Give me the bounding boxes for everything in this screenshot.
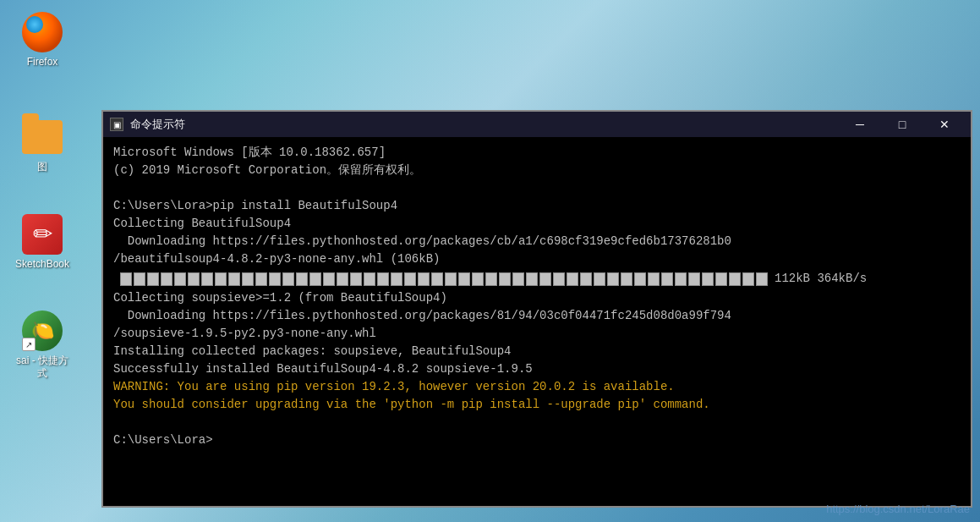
progress-block [539, 272, 551, 286]
cmd-line-7: /beautifulsoup4-4.8.2-py3-none-any.whl (… [113, 250, 961, 268]
progress-block [648, 272, 660, 286]
progress-block [621, 272, 632, 286]
progress-block [201, 272, 213, 286]
firefox-icon [22, 12, 63, 52]
cmd-line-3 [113, 179, 961, 197]
folder-icon-image [22, 117, 63, 157]
desktop-icons: Firefox 图 SketchBook 🍋 ↗ sai - 快捷方式 [8, 8, 76, 382]
cmd-body[interactable]: Microsoft Windows [版本 10.0.18362.657] (c… [103, 137, 971, 506]
progress-block [431, 272, 443, 286]
progress-block [512, 272, 524, 286]
progress-block [499, 272, 511, 286]
firefox-label: Firefox [27, 56, 58, 68]
progress-block [404, 272, 416, 286]
progress-block [120, 272, 132, 286]
progress-block [228, 272, 240, 286]
folder-icon-item[interactable]: 图 [8, 113, 76, 176]
cmd-titlebar: ▣ 命令提示符 ─ □ ✕ [103, 112, 971, 137]
cmd-line-10: Downloading https://files.pythonhosted.o… [113, 307, 961, 325]
progress-block [634, 272, 646, 286]
sketchbook-icon-image [22, 214, 63, 255]
progress-block [742, 272, 754, 286]
progress-block [161, 272, 172, 286]
desktop: Firefox 图 SketchBook 🍋 ↗ sai - 快捷方式 [0, 0, 980, 522]
progress-block [309, 272, 321, 286]
progress-block [526, 272, 538, 286]
progress-block [418, 272, 430, 286]
progress-block [147, 272, 159, 286]
progress-row: 112kB 364kB/s [113, 270, 961, 288]
folder-label: 图 [37, 161, 47, 173]
progress-block [350, 272, 362, 286]
progress-block [675, 272, 687, 286]
cmd-window-controls: ─ □ ✕ [840, 113, 964, 135]
sketchbook-icon-item[interactable]: SketchBook [8, 211, 76, 273]
progress-block [255, 272, 267, 286]
cmd-close-button[interactable]: ✕ [925, 113, 964, 135]
cmd-icon: ▣ [110, 118, 123, 131]
progress-size-text: 112kB 364kB/s [775, 270, 867, 288]
progress-block [188, 272, 200, 286]
progress-block [337, 272, 348, 286]
shortcut-arrow-icon: ↗ [22, 338, 36, 351]
cmd-maximize-button[interactable]: □ [883, 113, 922, 135]
cmd-line-11: /soupsieve-1.9.5-py2.py3-none-any.whl [113, 325, 961, 343]
progress-block [580, 272, 592, 286]
progress-block [756, 272, 768, 286]
cmd-line-13: Successfully installed BeautifulSoup4-4.… [113, 360, 961, 378]
cmd-line-1: Microsoft Windows [版本 10.0.18362.657] [113, 144, 961, 162]
progress-block [242, 272, 254, 286]
cmd-line-15: You should consider upgrading via the 'p… [113, 396, 961, 414]
progress-block [296, 272, 308, 286]
progress-block [391, 272, 402, 286]
cmd-line-2: (c) 2019 Microsoft Corporation。保留所有权利。 [113, 162, 961, 179]
cmd-line-4: C:\Users\Lora>pip install BeautifulSoup4 [113, 197, 961, 215]
progress-block [458, 272, 470, 286]
cmd-title: 命令提示符 [130, 117, 834, 132]
progress-block [472, 272, 484, 286]
progress-block [445, 272, 457, 286]
sketchbook-label: SketchBook [15, 258, 69, 270]
cmd-line-5: Collecting BeautifulSoup4 [113, 215, 961, 233]
cmd-line-16 [113, 414, 961, 431]
progress-block [282, 272, 294, 286]
watermark: https://blog.csdn.net/LoraRae [826, 503, 970, 515]
progress-block [323, 272, 335, 286]
progress-block [485, 272, 497, 286]
folder-icon [22, 120, 63, 154]
sai-icon-item[interactable]: 🍋 ↗ sai - 快捷方式 [8, 307, 76, 382]
progress-block [688, 272, 700, 286]
progress-bar [120, 272, 768, 286]
progress-block [174, 272, 186, 286]
progress-block [567, 272, 578, 286]
cmd-line-17: C:\Users\Lora> [113, 431, 961, 449]
progress-block [134, 272, 145, 286]
sketchbook-icon [22, 214, 63, 255]
cmd-line-14: WARNING: You are using pip version 19.2.… [113, 378, 961, 396]
progress-block [215, 272, 227, 286]
firefox-icon-item[interactable]: Firefox [8, 8, 76, 71]
progress-block [553, 272, 565, 286]
sai-icon-image: 🍋 ↗ [22, 310, 63, 351]
progress-block [729, 272, 741, 286]
cmd-line-12: Installing collected packages: soupsieve… [113, 343, 961, 360]
cmd-line-9: Collecting soupsieve>=1.2 (from Beautifu… [113, 289, 961, 307]
progress-block [377, 272, 389, 286]
firefox-icon-image [22, 12, 63, 52]
progress-block [594, 272, 605, 286]
progress-block [364, 272, 375, 286]
cmd-line-6: Downloading https://files.pythonhosted.o… [113, 233, 961, 250]
progress-block [269, 272, 281, 286]
cmd-window: ▣ 命令提示符 ─ □ ✕ Microsoft Windows [版本 10.0… [101, 110, 972, 508]
sai-label: sai - 快捷方式 [12, 354, 73, 379]
cmd-minimize-button[interactable]: ─ [840, 113, 879, 135]
progress-block [607, 272, 619, 286]
progress-block [715, 272, 727, 286]
progress-block [661, 272, 673, 286]
progress-block [702, 272, 714, 286]
